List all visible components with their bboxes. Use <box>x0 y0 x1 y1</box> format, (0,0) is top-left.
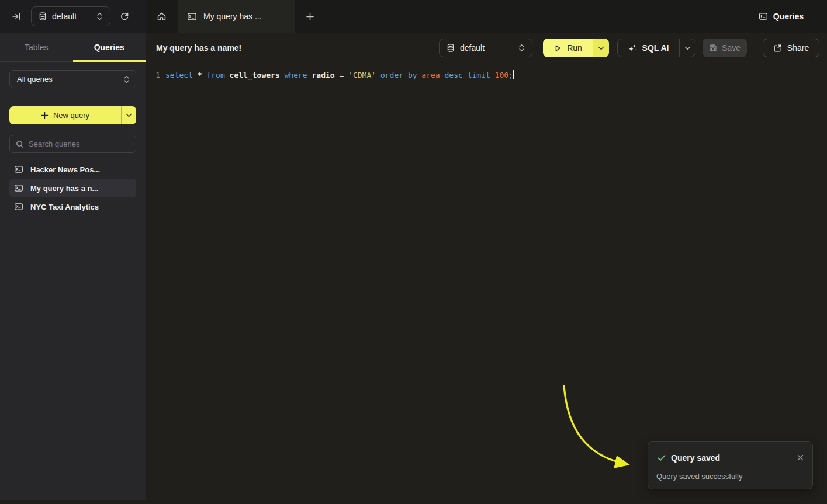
close-icon[interactable] <box>795 452 805 463</box>
new-query-label: New query <box>53 111 89 120</box>
search-queries-input[interactable] <box>29 140 132 148</box>
main-panel: My query has a name! default <box>146 33 827 504</box>
tab-title: My query has ... <box>203 12 262 21</box>
updown-chevron-icon <box>123 75 130 84</box>
new-query-main[interactable]: New query <box>9 111 121 120</box>
code-token: 'CDMA' <box>348 71 376 79</box>
query-item-label: NYC Taxi Analytics <box>30 203 99 211</box>
code-token: where <box>285 71 307 79</box>
run-label: Run <box>567 43 582 53</box>
tab-my-query[interactable]: My query has ... <box>178 0 295 33</box>
query-item-label: My query has a n... <box>30 184 98 193</box>
code-token: by <box>408 71 417 79</box>
code-token: ; <box>508 71 513 79</box>
code-token: from <box>206 71 224 79</box>
run-button[interactable]: Run <box>543 39 593 57</box>
queries-indicator[interactable]: Queries <box>759 0 804 33</box>
updown-chevron-icon <box>96 12 103 20</box>
terminal-icon <box>14 165 23 174</box>
search-icon <box>16 140 24 148</box>
new-tab-icon[interactable] <box>300 7 319 26</box>
terminal-icon <box>14 183 23 193</box>
query-filter-value: All queries <box>17 75 118 84</box>
query-database-selector[interactable]: default <box>439 39 532 57</box>
save-button[interactable]: Save <box>703 39 747 57</box>
code-token: desc <box>445 71 463 79</box>
sql-ai-button[interactable]: SQL AI <box>618 39 679 57</box>
database-icon <box>447 44 455 52</box>
query-toolbar: My query has a name! default <box>146 33 827 62</box>
sql-ai-dropdown[interactable] <box>679 39 695 57</box>
sidebar-tab-tables[interactable]: Tables <box>0 33 73 61</box>
sql-ai-label: SQL AI <box>642 43 669 53</box>
share-label: Share <box>787 43 809 53</box>
query-list: Hacker News Pos... My query has a n... N… <box>0 160 146 216</box>
sidebar-tab-tables-label: Tables <box>25 43 48 52</box>
share-icon <box>773 44 782 53</box>
active-tab-underline <box>73 60 146 62</box>
code-token <box>280 71 285 79</box>
sparkles-icon <box>628 44 637 53</box>
search-queries-box <box>9 135 136 153</box>
query-list-item[interactable]: NYC Taxi Analytics <box>9 197 136 216</box>
query-filter-select[interactable]: All queries <box>9 70 136 88</box>
sidebar-tab-queries-label: Queries <box>94 43 124 52</box>
code-token: area <box>421 71 440 79</box>
code-token: limit <box>468 71 490 79</box>
toast-title: Query saved <box>671 453 720 463</box>
database-selector[interactable]: default <box>31 6 110 26</box>
code-line: select * from cell_towers where radio = … <box>165 69 514 81</box>
terminal-icon <box>14 202 23 211</box>
toast-query-saved: Query saved Query saved successfully <box>648 441 813 489</box>
refresh-icon[interactable] <box>115 7 134 26</box>
run-dropdown[interactable] <box>593 39 609 57</box>
code-token: order <box>380 71 403 79</box>
sidebar-tabs: Tables Queries <box>0 33 146 62</box>
code-token: radio <box>312 71 334 79</box>
play-icon <box>554 44 562 52</box>
share-button[interactable]: Share <box>763 39 819 57</box>
text-cursor <box>513 70 514 79</box>
home-icon[interactable] <box>152 7 171 26</box>
code-token <box>440 71 445 79</box>
code-token: 100 <box>495 71 508 79</box>
sql-ai-button-group: SQL AI <box>617 39 695 57</box>
toast-message: Query saved successfully <box>656 472 742 481</box>
run-button-group: Run <box>543 39 609 57</box>
query-list-item[interactable]: Hacker News Pos... <box>9 160 136 179</box>
topbar-left: default <box>0 0 146 33</box>
query-list-item-selected[interactable]: My query has a n... <box>9 179 136 197</box>
code-token: * <box>198 71 202 79</box>
query-item-label: Hacker News Pos... <box>30 165 100 174</box>
plus-icon <box>41 112 49 119</box>
code-token <box>463 71 468 79</box>
sidebar-tab-queries[interactable]: Queries <box>73 33 146 61</box>
collapse-sidebar-icon[interactable] <box>7 7 26 26</box>
query-database-value: default <box>460 43 513 53</box>
code-token <box>376 71 380 79</box>
save-icon <box>709 44 717 52</box>
check-icon <box>657 453 666 463</box>
topbar-right: My query has ... Queries <box>146 0 827 33</box>
code-token <box>490 71 495 79</box>
query-title: My query has a name! <box>156 33 241 62</box>
code-token <box>403 71 408 79</box>
terminal-icon <box>759 12 768 21</box>
sql-editor[interactable]: 1 select * from cell_towers where radio … <box>146 62 827 81</box>
topbar: default My que <box>0 0 827 33</box>
sidebar: Tables Queries All queries New query <box>0 33 146 500</box>
code-token: select <box>165 71 193 79</box>
line-number: 1 <box>155 69 160 81</box>
sidebar-divider <box>0 96 146 96</box>
code-token <box>344 71 348 79</box>
code-token <box>225 71 230 79</box>
new-query-dropdown[interactable] <box>121 106 136 124</box>
code-token <box>193 71 198 79</box>
code-token: cell_towers <box>230 71 280 79</box>
queries-indicator-label: Queries <box>773 12 804 21</box>
database-selector-value: default <box>52 12 91 21</box>
terminal-icon <box>187 12 197 22</box>
new-query-button[interactable]: New query <box>9 106 136 124</box>
updown-chevron-icon <box>518 44 525 52</box>
database-icon <box>39 12 47 20</box>
